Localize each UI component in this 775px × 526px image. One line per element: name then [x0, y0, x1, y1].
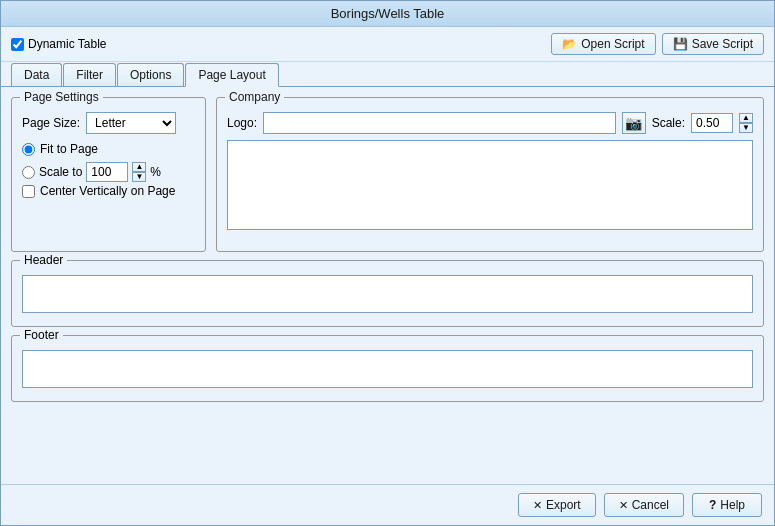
scale-down-button[interactable]: ▼ — [132, 172, 146, 182]
footer-title: Footer — [20, 328, 63, 342]
help-button[interactable]: ? Help — [692, 493, 762, 517]
top-row: Page Settings Page Size: Letter A4 Legal… — [11, 97, 764, 252]
open-script-label: Open Script — [581, 37, 644, 51]
page-size-row: Page Size: Letter A4 Legal Tabloid — [22, 112, 195, 134]
content-area: Page Settings Page Size: Letter A4 Legal… — [1, 87, 774, 484]
dynamic-table-checkbox[interactable] — [11, 38, 24, 51]
scale-spinners: ▲ ▼ — [132, 162, 146, 182]
scale-to-row: Scale to ▲ ▼ % — [22, 162, 195, 182]
header-textarea[interactable] — [22, 275, 753, 313]
center-vertically-row: Center Vertically on Page — [22, 184, 195, 198]
center-vertically-label: Center Vertically on Page — [40, 184, 175, 198]
open-script-button[interactable]: 📂 Open Script — [551, 33, 655, 55]
save-script-icon: 💾 — [673, 37, 688, 51]
help-icon: ? — [709, 498, 716, 512]
percent-label: % — [150, 165, 161, 179]
logo-scale-spinners: ▲ ▼ — [739, 113, 753, 133]
page-settings-title: Page Settings — [20, 90, 103, 104]
browse-icon: 📷 — [625, 115, 642, 131]
logo-label: Logo: — [227, 116, 257, 130]
cancel-button[interactable]: ✕ Cancel — [604, 493, 684, 517]
center-vertically-checkbox[interactable] — [22, 185, 35, 198]
footer-textarea[interactable] — [22, 350, 753, 388]
open-script-icon: 📂 — [562, 37, 577, 51]
page-size-select[interactable]: Letter A4 Legal Tabloid — [86, 112, 176, 134]
tab-page-layout[interactable]: Page Layout — [185, 63, 278, 87]
company-title: Company — [225, 90, 284, 104]
logo-scale-input[interactable] — [691, 113, 733, 133]
fit-to-page-row: Fit to Page — [22, 142, 195, 156]
cancel-icon: ✕ — [619, 499, 628, 512]
tabs-bar: Data Filter Options Page Layout — [1, 62, 774, 87]
dynamic-table-checkbox-label[interactable]: Dynamic Table — [11, 37, 106, 51]
scale-input[interactable] — [86, 162, 128, 182]
header-group: Header — [11, 260, 764, 327]
fit-to-page-radio[interactable] — [22, 143, 35, 156]
window-title: Borings/Wells Table — [331, 6, 445, 21]
fit-to-page-label: Fit to Page — [40, 142, 98, 156]
tab-data[interactable]: Data — [11, 63, 62, 86]
page-settings-group: Page Settings Page Size: Letter A4 Legal… — [11, 97, 206, 252]
cancel-label: Cancel — [632, 498, 669, 512]
save-script-label: Save Script — [692, 37, 753, 51]
logo-preview — [227, 140, 753, 230]
logo-scale-down-button[interactable]: ▼ — [739, 123, 753, 133]
toolbar: Dynamic Table 📂 Open Script 💾 Save Scrip… — [1, 27, 774, 62]
footer-group: Footer — [11, 335, 764, 402]
title-bar: Borings/Wells Table — [1, 1, 774, 27]
main-window: Borings/Wells Table Dynamic Table 📂 Open… — [0, 0, 775, 526]
scale-to-label: Scale to — [39, 165, 82, 179]
scale-up-button[interactable]: ▲ — [132, 162, 146, 172]
logo-browse-button[interactable]: 📷 — [622, 112, 646, 134]
company-group: Company Logo: 📷 Scale: ▲ ▼ — [216, 97, 764, 252]
logo-scale-up-button[interactable]: ▲ — [739, 113, 753, 123]
header-title: Header — [20, 253, 67, 267]
logo-input[interactable] — [263, 112, 616, 134]
toolbar-right: 📂 Open Script 💾 Save Script — [551, 33, 764, 55]
scale-to-radio[interactable] — [22, 166, 35, 179]
tab-options[interactable]: Options — [117, 63, 184, 86]
logo-scale-label: Scale: — [652, 116, 685, 130]
tab-filter[interactable]: Filter — [63, 63, 116, 86]
export-icon: ✕ — [533, 499, 542, 512]
save-script-button[interactable]: 💾 Save Script — [662, 33, 764, 55]
page-size-label: Page Size: — [22, 116, 80, 130]
export-button[interactable]: ✕ Export — [518, 493, 596, 517]
export-label: Export — [546, 498, 581, 512]
toolbar-left: Dynamic Table — [11, 37, 541, 51]
help-label: Help — [720, 498, 745, 512]
logo-row: Logo: 📷 Scale: ▲ ▼ — [227, 112, 753, 134]
bottom-bar: ✕ Export ✕ Cancel ? Help — [1, 484, 774, 525]
dynamic-table-label: Dynamic Table — [28, 37, 106, 51]
